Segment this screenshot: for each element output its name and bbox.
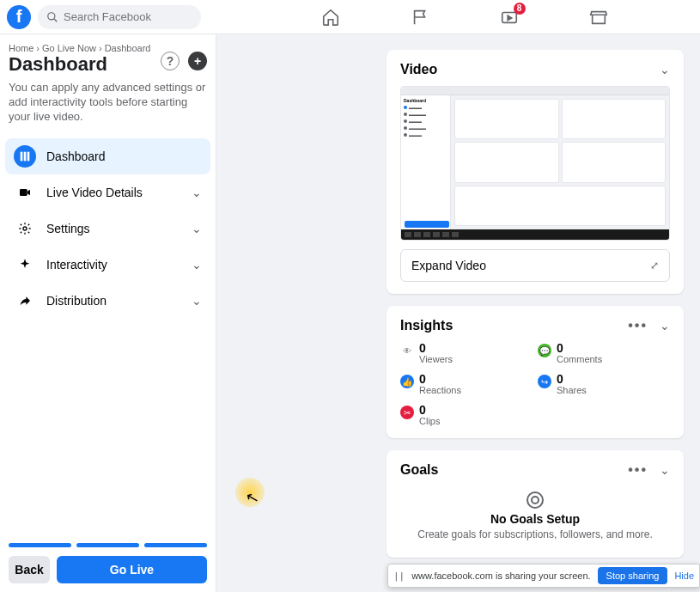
breadcrumb-current: Dashboard xyxy=(105,43,151,53)
video-icon xyxy=(14,181,36,204)
insights-more-button[interactable]: ••• xyxy=(628,318,648,333)
top-navigation: f 8 xyxy=(0,0,700,34)
hide-share-bar-button[interactable]: Hide xyxy=(674,571,694,581)
share-arrow-icon xyxy=(14,290,36,312)
svg-line-1 xyxy=(54,18,58,21)
insight-label: Reactions xyxy=(419,385,461,395)
svg-rect-5 xyxy=(27,151,30,161)
search-bar[interactable] xyxy=(38,5,201,29)
svg-point-7 xyxy=(23,227,27,230)
left-sidebar: Home › Go Live Now › Dashboard ? + Dashb… xyxy=(0,34,216,592)
insight-value: 0 xyxy=(419,373,461,385)
svg-rect-6 xyxy=(20,189,27,196)
go-live-button[interactable]: Go Live xyxy=(57,556,207,583)
sidebar-item-label: Distribution xyxy=(46,294,181,308)
watch-badge: 8 xyxy=(514,3,526,15)
nav-center: 8 xyxy=(235,7,693,27)
insight-comments: 💬 0Comments xyxy=(538,342,670,364)
sidebar-item-label: Settings xyxy=(46,222,181,235)
expand-icon: ⤢ xyxy=(650,259,659,272)
breadcrumb-golive[interactable]: Go Live Now xyxy=(42,43,96,53)
insight-viewers: 👁 0Viewers xyxy=(400,342,533,364)
chevron-down-icon: ⌄ xyxy=(192,294,202,308)
help-button[interactable]: ? xyxy=(161,52,180,70)
progress-indicator xyxy=(9,543,207,547)
sidebar-item-distribution[interactable]: Distribution ⌄ xyxy=(5,283,210,319)
cursor-highlight xyxy=(235,478,265,507)
insight-value: 0 xyxy=(419,404,440,416)
target-icon xyxy=(527,491,544,509)
screen-share-bar: || www.facebook.com is sharing your scre… xyxy=(387,564,700,588)
insights-card: Insights ••• ⌄ 👁 0Viewers 💬 0Comments 👍 xyxy=(387,306,684,438)
video-card: Video ⌄ Dashboard ▬▬▬ ▬▬▬▬ ▬▬▬ ▬▬▬▬ ▬▬▬ xyxy=(387,50,684,294)
svg-point-0 xyxy=(48,12,55,19)
like-icon: 👍 xyxy=(400,375,414,388)
sidebar-item-live-details[interactable]: Live Video Details ⌄ xyxy=(5,174,210,211)
insight-reactions: 👍 0Reactions xyxy=(400,373,533,395)
goals-more-button[interactable]: ••• xyxy=(628,462,648,478)
insight-shares: ↪ 0Shares xyxy=(538,373,670,395)
home-nav-icon[interactable] xyxy=(320,7,341,27)
insight-value: 0 xyxy=(419,342,453,354)
dashboard-icon xyxy=(14,145,36,168)
marketplace-nav-icon[interactable] xyxy=(588,7,609,27)
sidebar-item-settings[interactable]: Settings ⌄ xyxy=(5,211,210,247)
back-button[interactable]: Back xyxy=(9,556,50,583)
pages-flag-icon[interactable] xyxy=(410,7,430,27)
insight-clips: ✂ 0Clips xyxy=(400,404,533,426)
sidebar-item-label: Live Video Details xyxy=(46,186,181,199)
video-card-title: Video xyxy=(400,62,437,77)
comment-icon: 💬 xyxy=(538,344,551,357)
page-description: You can apply any advanced settings or a… xyxy=(9,81,207,125)
pause-share-icon[interactable]: || xyxy=(393,571,405,582)
chevron-down-icon: ⌄ xyxy=(192,258,202,272)
collapse-video-toggle[interactable]: ⌄ xyxy=(660,63,670,76)
insight-label: Viewers xyxy=(419,354,453,364)
goals-empty-title: No Goals Setup xyxy=(400,512,670,526)
add-button[interactable]: + xyxy=(188,52,207,70)
insight-label: Clips xyxy=(419,416,440,426)
sidebar-footer: Back Go Live xyxy=(0,534,216,592)
insight-label: Shares xyxy=(557,385,587,395)
sidebar-item-label: Dashboard xyxy=(46,150,202,163)
breadcrumb-home[interactable]: Home xyxy=(9,43,33,53)
sidebar-item-interactivity[interactable]: Interactivity ⌄ xyxy=(5,247,210,283)
chevron-down-icon: ⌄ xyxy=(192,222,202,235)
insight-value: 0 xyxy=(557,373,587,385)
search-icon xyxy=(46,11,58,23)
stop-sharing-button[interactable]: Stop sharing xyxy=(598,567,668,584)
expand-video-label: Expand Video xyxy=(411,259,486,272)
clip-icon: ✂ xyxy=(400,406,414,419)
watch-nav-icon[interactable]: 8 xyxy=(499,7,520,27)
gear-icon xyxy=(14,217,36,240)
interactivity-icon xyxy=(14,253,36,276)
collapse-insights-toggle[interactable]: ⌄ xyxy=(660,319,670,333)
svg-rect-4 xyxy=(24,151,27,161)
video-preview[interactable]: Dashboard ▬▬▬ ▬▬▬▬ ▬▬▬ ▬▬▬▬ ▬▬▬ xyxy=(400,86,670,241)
main-content: ↖ Video ⌄ Dashboard ▬▬▬ ▬▬▬▬ ▬▬▬ ▬▬▬▬ xyxy=(216,34,700,592)
search-input[interactable] xyxy=(64,10,192,23)
eye-icon: 👁 xyxy=(400,344,414,357)
svg-rect-3 xyxy=(21,151,23,161)
insight-value: 0 xyxy=(557,342,602,354)
sidebar-item-dashboard[interactable]: Dashboard xyxy=(5,138,210,174)
goals-card-title: Goals xyxy=(400,462,438,478)
expand-video-button[interactable]: Expand Video ⤢ xyxy=(400,249,670,282)
share-bar-text: www.facebook.com is sharing your screen. xyxy=(411,571,590,581)
insights-card-title: Insights xyxy=(400,318,453,333)
goals-empty-sub: Create goals for subscriptions, follower… xyxy=(400,528,670,540)
sidebar-nav: Dashboard Live Video Details ⌄ Settings … xyxy=(0,138,216,319)
insight-label: Comments xyxy=(557,354,602,364)
sidebar-item-label: Interactivity xyxy=(46,258,181,272)
goals-card: Goals ••• ⌄ No Goals Setup Create goals … xyxy=(387,450,684,558)
collapse-goals-toggle[interactable]: ⌄ xyxy=(660,463,670,477)
chevron-down-icon: ⌄ xyxy=(192,186,202,199)
facebook-logo[interactable]: f xyxy=(7,5,31,29)
share-icon: ↪ xyxy=(538,375,551,388)
